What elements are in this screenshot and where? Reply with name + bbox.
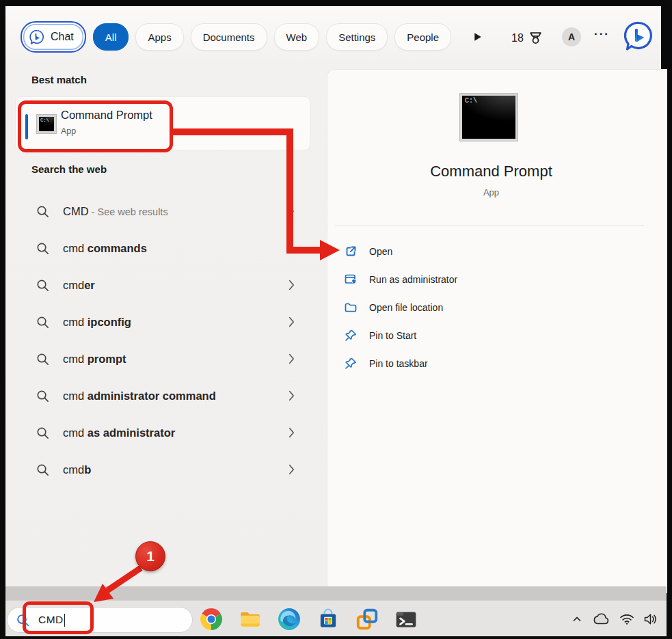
tab-apps[interactable]: Apps (135, 23, 183, 51)
action-label: Pin to Start (369, 330, 416, 341)
search-suggestion-icon (36, 352, 50, 366)
search-filter-tabs: Chat AllAppsDocumentsWebSettingsPeople (21, 21, 451, 53)
play-icon[interactable] (472, 31, 483, 43)
context-action[interactable]: Pin to Start (344, 321, 457, 349)
web-suggestion-row[interactable]: cmder (31, 267, 301, 303)
action-list: Open Run as administrator Open file loca… (344, 237, 457, 377)
action-label: Run as administrator (369, 274, 457, 285)
system-tray (572, 610, 658, 629)
web-suggestion-row[interactable]: cmd administrator command (31, 377, 301, 414)
chevron-right-icon[interactable] (288, 463, 295, 476)
search-suggestion-icon (36, 463, 50, 477)
suggestion-text: cmdb (63, 463, 288, 476)
preview-app-name: Command Prompt (321, 163, 661, 180)
chevron-right-icon[interactable] (288, 316, 295, 328)
suggestion-text: CMD - See web results (63, 205, 288, 218)
search-suggestion-icon (36, 204, 50, 219)
folder-icon (344, 301, 358, 314)
screen: Chat AllAppsDocumentsWebSettingsPeople 1… (0, 0, 672, 639)
search-suggestion-icon (36, 315, 50, 329)
step-1-badge: 1 (135, 541, 165, 571)
windows-terminal-icon[interactable] (394, 608, 418, 631)
web-suggestion-row[interactable]: cmd as administrator (31, 414, 301, 451)
chevron-right-icon[interactable] (288, 205, 295, 217)
tab-chat[interactable]: Chat (21, 21, 86, 53)
suggestion-text: cmd administrator command (63, 390, 288, 403)
action-label: Open (369, 246, 392, 257)
chevron-right-icon[interactable] (288, 390, 295, 402)
desktop-strip (5, 586, 667, 600)
user-avatar[interactable]: A (562, 27, 581, 46)
suggestion-text: cmd prompt (63, 353, 288, 366)
annotation-rect-search (23, 601, 94, 634)
microsoft-store-icon[interactable] (317, 608, 340, 631)
vmware-workstation-icon[interactable] (355, 608, 379, 631)
divider (335, 226, 644, 226)
avatar-letter: A (568, 31, 575, 42)
context-action[interactable]: Open (344, 237, 457, 265)
rewards-counter[interactable]: 18 (511, 30, 543, 46)
suggestion-text: cmd as administrator (63, 426, 288, 439)
tab-all[interactable]: All (93, 23, 129, 51)
suggestion-text: cmd commands (63, 242, 288, 255)
taskbar-app-icons (200, 608, 418, 631)
preview-app-type: App (321, 187, 661, 198)
more-options-button[interactable]: ··· (594, 27, 610, 41)
tab-chat-label: Chat (51, 31, 74, 43)
chevron-right-icon[interactable] (288, 242, 295, 254)
search-suggestion-icon (36, 389, 50, 403)
context-action[interactable]: Run as administrator (344, 265, 457, 293)
chevron-right-icon[interactable] (288, 426, 295, 439)
chrome-icon[interactable] (200, 608, 223, 631)
tab-web[interactable]: Web (274, 23, 320, 51)
action-label: Open file location (369, 302, 443, 313)
chevron-right-icon[interactable] (288, 353, 295, 365)
web-suggestion-row[interactable]: CMD - See web results (31, 193, 301, 230)
suggestion-text: cmder (63, 279, 288, 292)
web-search-heading: Search the web (31, 163, 107, 175)
file-explorer-icon[interactable] (239, 608, 262, 631)
wifi-icon[interactable] (619, 613, 634, 625)
chevron-right-icon[interactable] (288, 279, 295, 291)
rewards-count: 18 (511, 32, 524, 44)
command-prompt-large-icon: C:\ (459, 93, 518, 141)
search-suggestion-icon (36, 278, 50, 293)
pin-icon (344, 329, 358, 342)
search-suggestion-icon (36, 426, 50, 440)
annotation-rect-best-match (18, 100, 173, 152)
context-action[interactable]: Pin to taskbar (344, 349, 457, 377)
cmd-prompt-glyph: C:\ (462, 96, 515, 139)
tray-chevron-up-icon[interactable] (572, 614, 582, 625)
web-suggestion-row[interactable]: cmd ipconfig (31, 303, 301, 340)
search-suggestion-icon (36, 241, 50, 256)
volume-icon[interactable] (643, 613, 658, 625)
bing-chat-icon (29, 29, 45, 46)
bing-logo-icon[interactable] (622, 19, 655, 53)
suggestion-text: cmd ipconfig (63, 316, 288, 329)
tab-settings[interactable]: Settings (326, 23, 388, 51)
pin-icon (344, 357, 358, 370)
tab-documents[interactable]: Documents (191, 23, 267, 51)
web-suggestion-list: CMD - See web results cmd commands cmder… (31, 193, 301, 488)
open-external-icon (344, 245, 358, 258)
step-number: 1 (146, 548, 154, 565)
rewards-medal-icon (528, 30, 543, 46)
context-action[interactable]: Open file location (344, 293, 457, 321)
web-suggestion-row[interactable]: cmd prompt (31, 340, 301, 377)
run-admin-icon (344, 273, 358, 286)
web-suggestion-row[interactable]: cmdb (31, 451, 301, 488)
tab-people[interactable]: People (394, 23, 451, 51)
onedrive-icon[interactable] (591, 612, 610, 626)
action-label: Pin to taskbar (369, 358, 428, 369)
edge-icon[interactable] (278, 608, 301, 631)
best-match-heading: Best match (31, 74, 87, 85)
web-suggestion-row[interactable]: cmd commands (31, 230, 301, 267)
